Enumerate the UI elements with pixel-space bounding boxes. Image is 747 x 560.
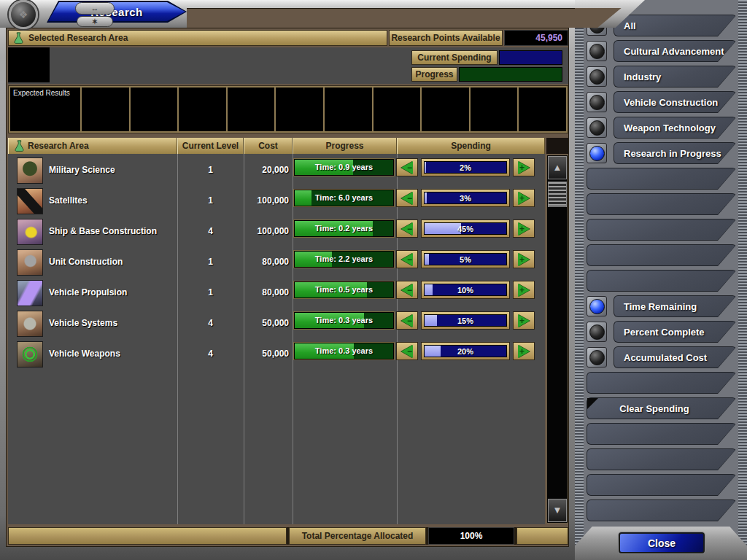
research-row-ship-base-construction[interactable]: Ship & Base Construction4100,000Time: 0.…: [8, 217, 545, 248]
increase-spending-button[interactable]: +: [513, 311, 535, 330]
research-area-name: Military Science: [49, 165, 115, 175]
current-level-value: 1: [177, 287, 244, 298]
scroll-up-button[interactable]: ▲: [548, 156, 567, 179]
decrease-spending-button[interactable]: −: [396, 342, 418, 360]
increase-spending-button[interactable]: +: [513, 281, 535, 299]
button-label: Weapon Technology: [614, 117, 736, 138]
scroll-thumb[interactable]: [548, 182, 567, 207]
expected-results-strip: Expected Results: [8, 85, 568, 133]
spending-value: 45%: [425, 223, 506, 234]
expected-results-slot: [82, 88, 129, 131]
research-row-satellites[interactable]: Satellites1100,000Time: 6.0 years−3%+: [8, 187, 545, 217]
arrows-icon: ↔: [91, 4, 99, 12]
filter-button-cultural-advancement[interactable]: Cultural Advancement: [614, 40, 737, 62]
filter-radio-vehicle-construction[interactable]: [587, 92, 607, 112]
scroll-down-button[interactable]: ▼: [548, 499, 567, 522]
research-row-vehicle-systems[interactable]: Vehicle Systems450,000Time: 0.3 years−15…: [8, 309, 545, 340]
research-window: ❖ ↔ ✶ Research Selected Research Area Re…: [0, 0, 575, 560]
display-mode-button-time-remaining[interactable]: Time Remaining: [614, 295, 737, 317]
decrease-spending-button[interactable]: −: [396, 250, 418, 268]
spending-slider[interactable]: 10%: [421, 281, 510, 299]
cost-value: 100,000: [242, 226, 289, 236]
decrease-spending-button[interactable]: −: [396, 281, 418, 299]
increase-spending-button[interactable]: +: [513, 189, 535, 207]
research-points-label-text: Research Points Available: [391, 33, 500, 43]
button-label: Vehicle Construction: [614, 92, 736, 112]
increase-spending-button[interactable]: +: [513, 342, 535, 360]
filter-row-vehicle-construction: Vehicle Construction: [587, 91, 737, 113]
column-header-label: Research Area: [28, 141, 89, 151]
window-control-button-1[interactable]: ↔: [75, 2, 115, 15]
minus-sign-icon: −: [407, 194, 412, 203]
research-points-value: 45,950: [504, 30, 568, 46]
spending-slider[interactable]: 2%: [421, 158, 510, 176]
progress-time-text: Time: 0.2 years: [295, 221, 393, 236]
spending-slider[interactable]: 15%: [421, 311, 510, 330]
filter-button-industry[interactable]: Industry: [614, 66, 737, 88]
decrease-spending-button[interactable]: −: [396, 158, 418, 176]
display-mode-button-percent-complete[interactable]: Percent Complete: [614, 321, 737, 343]
spending-slider[interactable]: 3%: [421, 189, 510, 207]
empty-slot-row: [587, 423, 737, 445]
decrease-spending-button[interactable]: −: [396, 311, 418, 330]
display-mode-radio-time-remaining[interactable]: [587, 296, 607, 316]
window-emblem-button[interactable]: ❖: [9, 0, 38, 29]
research-row-vehicle-weapons[interactable]: Vehicle Weapons450,000Time: 0.3 years−20…: [8, 340, 545, 370]
empty-slot-row: [587, 168, 737, 190]
increase-spending-button[interactable]: +: [513, 158, 535, 176]
satellite-icon: [17, 188, 43, 214]
cost-value: 50,000: [242, 349, 289, 359]
column-header-current-level[interactable]: Current Level: [177, 138, 244, 154]
column-header-cost[interactable]: Cost: [244, 138, 293, 154]
bottom-bar-left-segment: [8, 527, 287, 545]
spending-track: 3%: [424, 192, 507, 204]
filter-button-vehicle-construction[interactable]: Vehicle Construction: [614, 91, 737, 113]
table-scrollbar[interactable]: ▲ ▼: [546, 155, 568, 524]
progress-time-bar: Time: 0.9 years: [294, 159, 394, 176]
empty-slot: [587, 168, 737, 190]
progress-label: Progress: [411, 67, 457, 82]
filter-button-research-in-progress[interactable]: Research in Progress: [614, 142, 737, 164]
column-header-spending[interactable]: Spending: [397, 138, 545, 154]
window-control-button-2[interactable]: ✶: [77, 16, 113, 27]
mech-icon: [17, 249, 43, 276]
empty-slot: [587, 372, 737, 394]
spending-track: 5%: [424, 253, 507, 265]
button-label: Accumulated Cost: [614, 347, 736, 368]
close-button[interactable]: Close: [619, 532, 705, 553]
empty-slot-row: [587, 244, 737, 266]
current-level-value: 1: [177, 165, 244, 175]
decrease-spending-button[interactable]: −: [396, 219, 418, 238]
increase-spending-button[interactable]: +: [513, 219, 535, 238]
radio-indicator: [589, 44, 605, 59]
increase-spending-button[interactable]: +: [513, 250, 535, 268]
spending-slider[interactable]: 20%: [421, 342, 510, 360]
research-row-military-science[interactable]: Military Science120,000Time: 0.9 years−2…: [8, 156, 545, 187]
spending-slider[interactable]: 45%: [421, 219, 510, 238]
research-row-unit-construction[interactable]: Unit Construction180,000Time: 2.2 years−…: [8, 248, 545, 279]
filter-button-weapon-technology[interactable]: Weapon Technology: [614, 117, 737, 139]
display-mode-row-percent-complete: Percent Complete: [587, 321, 737, 343]
filter-radio-weapon-technology[interactable]: [587, 117, 607, 138]
decrease-spending-button[interactable]: −: [396, 189, 418, 207]
column-header-progress[interactable]: Progress: [293, 138, 397, 154]
filter-radio-industry[interactable]: [587, 66, 607, 87]
research-area-name: Vehicle Systems: [49, 318, 117, 328]
button-label: Research in Progress: [614, 143, 736, 163]
display-mode-radio-accumulated-cost[interactable]: [587, 347, 607, 368]
display-mode-radio-percent-complete[interactable]: [587, 322, 607, 342]
filter-radio-research-in-progress[interactable]: [587, 143, 607, 163]
column-header-research-area[interactable]: Research Area: [8, 138, 177, 154]
research-row-vehicle-propulsion[interactable]: Vehicle Propulsion180,000Time: 0.5 years…: [8, 279, 545, 309]
radio-indicator: [589, 120, 605, 136]
empty-slot-row: [587, 193, 737, 215]
clear-spending-button[interactable]: Clear Spending: [587, 397, 737, 419]
spending-slider[interactable]: 5%: [421, 250, 510, 268]
table-header: Research AreaCurrent LevelCostProgressSp…: [8, 138, 545, 154]
filter-button-all[interactable]: All: [614, 15, 737, 36]
research-area-name: Satellites: [49, 195, 88, 206]
display-mode-button-accumulated-cost[interactable]: Accumulated Cost: [614, 346, 737, 368]
filter-radio-cultural-advancement[interactable]: [587, 41, 607, 61]
column-header-label: Spending: [451, 141, 491, 151]
minus-sign-icon: −: [407, 347, 412, 356]
